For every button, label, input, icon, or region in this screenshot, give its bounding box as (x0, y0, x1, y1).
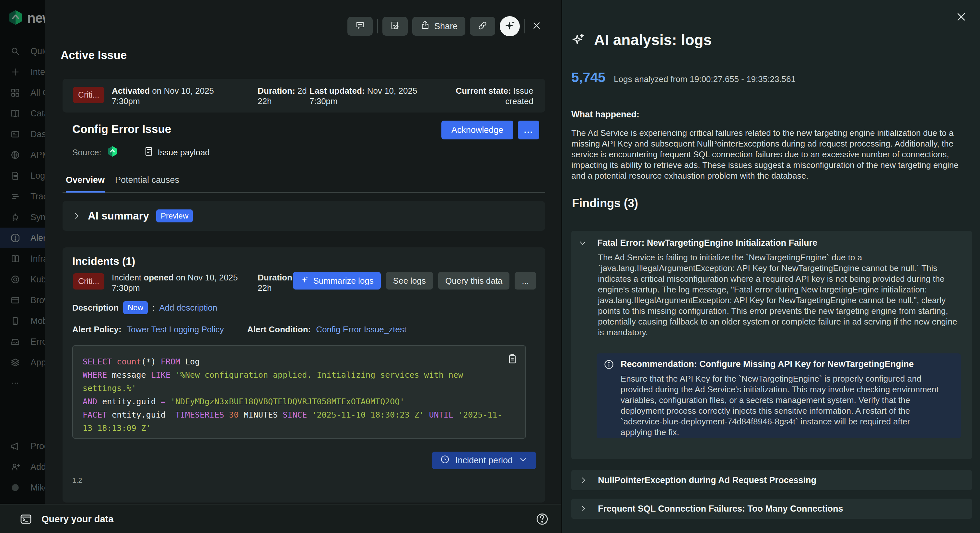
sidebar-item-traces[interactable]: Trace (0, 186, 45, 207)
book-icon (10, 109, 20, 118)
traces-icon (10, 191, 20, 201)
browser-icon (10, 295, 20, 305)
sparkle-icon (504, 20, 515, 33)
logo-text: new (27, 10, 45, 26)
finding-body: The Ad Service is failing to initialize … (598, 252, 958, 338)
sidebar-item-alerts[interactable]: Alerts (0, 228, 45, 248)
note-edit-icon (390, 21, 400, 32)
sidebar-item-all-capabilities[interactable]: All Ca (0, 82, 45, 103)
feedback-button[interactable] (347, 17, 373, 36)
finding-card-collapsed[interactable]: NullPointerException during Ad Request P… (571, 470, 972, 490)
chevron-right-icon[interactable] (579, 504, 587, 513)
alert-condition-label: Alert Condition: (247, 324, 311, 335)
close-panel-button[interactable] (955, 10, 969, 25)
add-description-link[interactable]: Add description (159, 303, 217, 313)
share-label: Share (434, 21, 458, 32)
alert-policy-link[interactable]: Tower Test Logging Policy (127, 324, 224, 335)
sidebar-item-quick-find[interactable]: Quick (0, 41, 45, 62)
nrql-code: SELECT count(*) FROM LogWHERE message LI… (83, 355, 500, 435)
chevron-right-icon[interactable] (579, 476, 587, 484)
recommendation-title: Recommendation: Configure Missing API Ke… (620, 359, 914, 369)
sidebar-item-infrastructure[interactable]: Infras (0, 248, 45, 269)
incident-period-button[interactable]: Incident period (432, 452, 536, 469)
sidebar-item-label: Synth (30, 212, 45, 222)
tab-potential-causes[interactable]: Potential causes (115, 175, 179, 191)
duration-column: Duration: 2d 22h (258, 86, 307, 106)
sidebar-item-catalogs[interactable]: Catal (0, 103, 45, 124)
copy-link-button[interactable] (470, 17, 495, 36)
dots-icon (10, 378, 20, 388)
chevron-right-icon[interactable] (72, 212, 81, 220)
servers-icon (10, 254, 20, 263)
sidebar-item-label: Produ (30, 441, 45, 451)
what-happened-text: The Ad Service is experiencing critical … (571, 128, 964, 181)
grid-icon (10, 88, 20, 97)
sidebar-item-browser[interactable]: Brows (0, 290, 45, 311)
close-modal-button[interactable] (530, 19, 544, 34)
ai-analysis-panel: AI analysis: logs 5,745 Logs analyzed fr… (561, 0, 980, 533)
query-this-data-button[interactable]: Query this data (438, 272, 509, 289)
activated-column: Activated on Nov 10, 2025 7:30pm (112, 86, 214, 106)
notes-button[interactable] (382, 17, 408, 36)
issue-payload-button[interactable]: Issue payload (143, 146, 210, 159)
see-logs-button[interactable]: See logs (386, 272, 433, 289)
ai-assistant-button[interactable] (500, 16, 520, 36)
person-add-icon (10, 462, 20, 472)
severity-badge[interactable]: Criti... (73, 87, 104, 103)
sidebar-item-label: Mike (30, 483, 45, 493)
sidebar-item-apps[interactable]: Apps (0, 352, 45, 373)
sidebar-item-label: Quick (30, 46, 45, 56)
sidebar-item-label: Mobil (30, 316, 45, 326)
logs-count-caption: Logs analyzed from 19:00:27.655 - 19:35:… (614, 74, 795, 84)
sidebar-item-dashboards[interactable]: Dash (0, 124, 45, 145)
nrql-query-block[interactable]: SELECT count(*) FROM LogWHERE message LI… (72, 345, 526, 439)
what-happened-label: What happened: (571, 110, 640, 120)
ai-summary-card[interactable]: AI summary Preview (62, 201, 545, 231)
share-button[interactable]: Share (412, 17, 465, 36)
sidebar-item-integrations[interactable]: Integr (0, 62, 45, 82)
sidebar-item-add-user[interactable]: Add U (0, 456, 45, 477)
sidebar-item-more[interactable] (0, 373, 45, 394)
incident-more-button[interactable]: ... (515, 272, 536, 289)
sidebar-item-label: Infras (30, 254, 45, 264)
toolbar-divider (377, 19, 378, 34)
plus-icon (10, 67, 20, 77)
query-bar[interactable]: Query your data (0, 504, 561, 533)
logs-count: 5,745 (571, 70, 605, 85)
finding-header[interactable]: Fatal Error: NewTargetingEngine Initiali… (579, 238, 817, 248)
issue-more-button[interactable]: ... (518, 121, 539, 139)
incident-severity-badge[interactable]: Criti... (73, 273, 104, 289)
finding-title: Fatal Error: NewTargetingEngine Initiali… (597, 238, 817, 248)
sidebar-item-logs[interactable]: Logs (0, 165, 45, 186)
help-button[interactable] (535, 512, 550, 527)
sidebar-item-errors[interactable]: Errors (0, 331, 45, 352)
panel-header: AI analysis: logs (571, 31, 712, 49)
finding-card-collapsed[interactable]: Frequent SQL Connection Failures: Too Ma… (571, 499, 972, 519)
close-icon (531, 20, 542, 32)
sidebar-item-label: Apps (30, 357, 45, 368)
tab-overview[interactable]: Overview (66, 175, 105, 193)
sidebar-item-label: Trace (30, 191, 45, 202)
alert-condition-link[interactable]: Config Error Issue_ztest (316, 324, 406, 335)
terminal-icon (19, 512, 32, 525)
sidebar-item-user-mike[interactable]: Mike (0, 477, 45, 498)
logo[interactable]: new (8, 10, 45, 27)
sidebar-item-mobile[interactable]: Mobil (0, 311, 45, 331)
sidebar-item-kubernetes[interactable]: Kuber (0, 269, 45, 290)
clock-icon (440, 454, 450, 467)
finding-title: NullPointerException during Ad Request P… (598, 475, 816, 485)
document-icon (10, 171, 20, 180)
issue-modal: Share Active Issue Criti... Activated on… (45, 0, 561, 504)
sidebar-item-apm[interactable]: APM (0, 145, 45, 165)
finding-card-expanded: Fatal Error: NewTargetingEngine Initiali… (571, 231, 972, 459)
summarize-logs-button[interactable]: Summarize logs (293, 272, 380, 289)
sidebar-item-synthetics[interactable]: Synth (0, 207, 45, 228)
sidebar-item-product-updates[interactable]: Produ (0, 436, 45, 456)
sidebar-item-label: Kuber (30, 274, 45, 285)
issue-title: Config Error Issue (72, 123, 171, 136)
acknowledge-button[interactable]: Acknowledge (441, 121, 513, 139)
findings-title: Findings (3) (572, 196, 638, 210)
chevron-down-icon[interactable] (579, 239, 587, 247)
copy-icon[interactable] (506, 353, 518, 365)
current-state-column: Current state: Issue created (456, 86, 533, 106)
